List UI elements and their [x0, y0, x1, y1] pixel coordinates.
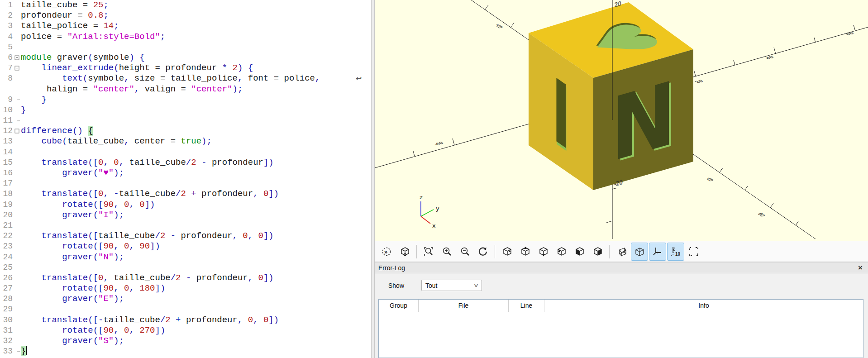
code-line[interactable]: 2profondeur = 0.8;: [0, 10, 371, 21]
code-line[interactable]: 24 graver("N");: [0, 252, 371, 263]
fold-marker: [14, 168, 21, 178]
code-line[interactable]: 23 rotate([90, 0, 90]): [0, 241, 371, 252]
view-back-button[interactable]: [589, 243, 606, 261]
code-line[interactable]: 14: [0, 147, 371, 158]
column-header-line[interactable]: Line: [508, 300, 544, 312]
line-number: 3: [0, 21, 14, 31]
reset-view-icon: [477, 246, 488, 257]
3d-viewport[interactable]: ♥♥IINN-40204060-40406020-20zyx: [375, 0, 868, 241]
code-line[interactable]: 25: [0, 263, 371, 273]
code-line[interactable]: halign = "center", valign = "center");: [0, 84, 371, 95]
fold-marker: [14, 252, 21, 263]
error-log-titlebar[interactable]: Error-Log ×: [375, 262, 868, 273]
fold-marker: [14, 42, 21, 53]
fold-marker[interactable]: [14, 53, 21, 63]
zoom-out-button[interactable]: [456, 243, 473, 261]
code-line[interactable]: 8 text(symbole, size = taille_police, fo…: [0, 73, 371, 84]
code-text: }: [21, 105, 371, 115]
code-line[interactable]: 17: [0, 178, 371, 189]
axis-tick: [774, 48, 776, 54]
code-line[interactable]: 21: [0, 220, 371, 231]
line-number: 27: [0, 283, 14, 294]
show-crosshairs-button[interactable]: [685, 243, 702, 261]
code-line[interactable]: 33}: [0, 346, 371, 357]
reset-view-button[interactable]: [474, 243, 491, 261]
code-line[interactable]: 10}: [0, 105, 371, 115]
line-number: 10: [0, 105, 14, 115]
code-text: rotate([90, 0, 90]): [21, 241, 371, 252]
code-line[interactable]: 28 graver("E");: [0, 294, 371, 304]
code-line[interactable]: 11: [0, 115, 371, 126]
view-back-icon: [592, 246, 603, 257]
code-line[interactable]: 26 translate([0, taille_cube/2 - profond…: [0, 273, 371, 283]
code-editor[interactable]: 1taille_cube = 25;2profondeur = 0.8;3tai…: [0, 0, 371, 358]
code-line[interactable]: 6module graver(symbole) {: [0, 53, 371, 63]
line-number: 28: [0, 294, 14, 304]
zoom-in-button[interactable]: [438, 243, 455, 261]
code-line[interactable]: 32 graver("S");: [0, 336, 371, 346]
preview-icon: »: [381, 246, 392, 257]
show-scale-markers-button[interactable]: 10: [667, 243, 684, 261]
code-line[interactable]: 13 cube(taille_cube, center = true);: [0, 136, 371, 147]
code-line[interactable]: 30 translate([-taille_cube/2 + profondeu…: [0, 315, 371, 325]
preview-button[interactable]: »: [378, 243, 395, 261]
code-line[interactable]: 20 graver("I");: [0, 210, 371, 220]
view-front-button[interactable]: [571, 243, 588, 261]
code-line[interactable]: 29: [0, 304, 371, 315]
axis-scale-flag: 60: [844, 31, 855, 36]
code-text: [21, 147, 371, 158]
fold-marker: [14, 346, 21, 357]
view-right-button[interactable]: [498, 243, 515, 261]
fold-marker: [14, 95, 21, 105]
line-number: 7: [0, 63, 14, 73]
code-line[interactable]: 18 translate([0, -taille_cube/2 + profon…: [0, 189, 371, 199]
line-number: 18: [0, 189, 14, 199]
code-line[interactable]: 9 }: [0, 95, 371, 105]
code-line[interactable]: 16 graver("♥");: [0, 168, 371, 178]
column-header-info[interactable]: Info: [544, 300, 863, 312]
axis-tick: [413, 151, 415, 156]
fold-marker[interactable]: [14, 63, 21, 73]
line-number: 24: [0, 252, 14, 263]
code-line[interactable]: 4police = "Arial:style=Bold";: [0, 32, 371, 42]
fold-marker: [14, 10, 21, 21]
code-line[interactable]: 19 rotate([90, 0, 0]): [0, 200, 371, 210]
view-left-button[interactable]: [553, 243, 570, 261]
axis-line-x-pos: [693, 154, 816, 239]
code-line[interactable]: 3taille_police = 14;: [0, 21, 371, 31]
code-text: rotate([90, 0, 0]): [21, 200, 371, 210]
perspective-button[interactable]: [613, 243, 630, 261]
3d-scene: ♥♥IINN-40204060-40406020-20zyx: [375, 0, 868, 241]
fold-marker[interactable]: [14, 126, 21, 136]
filter-dropdown[interactable]: Tout ∨: [421, 280, 482, 291]
editor-viewport-splitter[interactable]: [371, 0, 375, 358]
code-line[interactable]: 1taille_cube = 25;: [0, 0, 371, 10]
code-line[interactable]: 7 linear_extrude(height = profondeur * 2…: [0, 63, 371, 73]
column-header-file[interactable]: File: [418, 300, 508, 312]
code-line[interactable]: 12difference() {: [0, 126, 371, 136]
line-number: 31: [0, 325, 14, 336]
view-top-button[interactable]: [516, 243, 534, 261]
show-axes-button[interactable]: [649, 243, 666, 261]
fold-marker: [14, 136, 21, 147]
view-all-button[interactable]: [420, 243, 437, 261]
code-line[interactable]: 27 rotate([90, 0, 180]): [0, 283, 371, 294]
toolbar-separator: [609, 245, 610, 258]
code-line[interactable]: 15 translate([0, 0, taille_cube/2 - prof…: [0, 158, 371, 168]
indicator-x-label: x: [432, 222, 436, 229]
line-number: 19: [0, 200, 14, 210]
error-log-table[interactable]: Group File Line Info: [378, 299, 863, 358]
view-bottom-button[interactable]: [534, 243, 552, 261]
code-text: rotate([90, 0, 180]): [21, 283, 371, 294]
render-button[interactable]: [396, 243, 413, 261]
svg-text:N: N: [611, 62, 676, 182]
column-header-group[interactable]: Group: [379, 300, 418, 312]
code-line[interactable]: 5: [0, 42, 371, 53]
code-text: cube(taille_cube, center = true);: [21, 136, 371, 147]
svg-text:»: »: [384, 248, 387, 255]
code-line[interactable]: 22 translate([taille_cube/2 - profondeur…: [0, 231, 371, 241]
close-icon[interactable]: ×: [856, 264, 864, 272]
orthogonal-button[interactable]: [631, 243, 648, 261]
code-line[interactable]: 31 rotate([90, 0, 270]): [0, 325, 371, 336]
line-number: [0, 84, 14, 95]
